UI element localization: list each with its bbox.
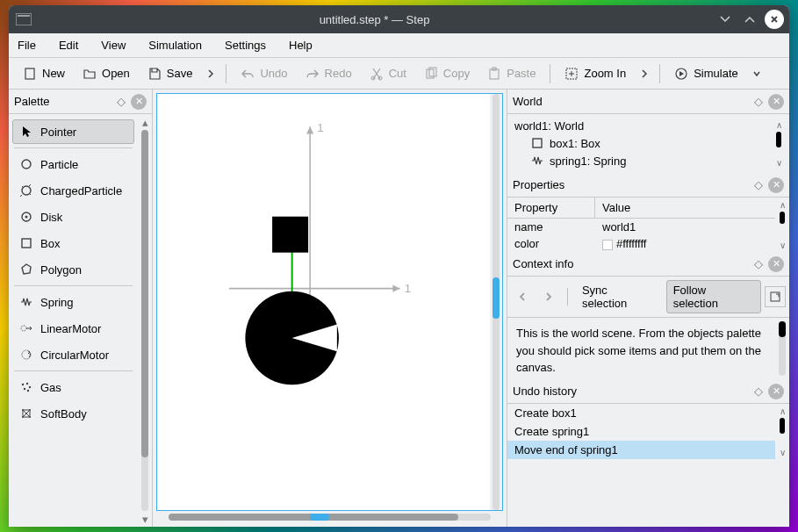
open-button[interactable]: Open xyxy=(75,63,137,84)
svg-point-11 xyxy=(22,160,31,169)
menu-simulation[interactable]: Simulation xyxy=(148,39,202,52)
follow-selection-button[interactable]: Follow selection xyxy=(666,280,761,313)
panel-float-icon[interactable]: ◇ xyxy=(751,256,766,272)
toolbar-separator xyxy=(226,64,226,83)
panel-float-icon[interactable]: ◇ xyxy=(113,94,129,110)
menu-settings[interactable]: Settings xyxy=(225,39,266,52)
context-header: Context info ◇ ✕ xyxy=(507,252,789,277)
simulate-dropdown[interactable] xyxy=(749,68,765,79)
undo-item[interactable]: Create box1 xyxy=(507,404,775,422)
props-scrollbar[interactable]: ∧∨ xyxy=(775,198,789,252)
box-icon xyxy=(530,136,544,150)
sync-selection-button[interactable]: Sync selection xyxy=(575,280,663,313)
undo-item[interactable]: Create spring1 xyxy=(507,422,775,441)
palette-scrollbar[interactable]: ▴ ▾ xyxy=(138,114,152,527)
undo-title: Undo history xyxy=(513,385,749,398)
svg-rect-15 xyxy=(22,239,31,248)
menu-file[interactable]: File xyxy=(18,39,36,52)
palette-item-box[interactable]: Box xyxy=(12,231,134,255)
new-button[interactable]: New xyxy=(16,63,72,84)
palette-item-gas[interactable]: Gas xyxy=(12,375,134,399)
panel-close-icon[interactable]: ✕ xyxy=(768,94,784,110)
toolbar-separator xyxy=(659,64,660,83)
disk-icon xyxy=(19,210,33,224)
props-row-color[interactable]: color#ffffffff xyxy=(507,235,775,252)
palette-item-circularmotor[interactable]: CircularMotor xyxy=(12,342,134,367)
world-scrollbar[interactable]: ∧∨ xyxy=(772,118,786,169)
save-button[interactable]: Save xyxy=(140,63,200,84)
props-row-name[interactable]: nameworld1 xyxy=(507,219,775,235)
palette-item-pointer[interactable]: Pointer xyxy=(12,119,134,144)
svg-rect-7 xyxy=(490,69,499,79)
zoom-in-button[interactable]: Zoom In xyxy=(557,63,633,84)
paste-icon xyxy=(487,67,501,81)
context-title: Context info xyxy=(513,257,749,270)
new-icon xyxy=(23,67,37,81)
menu-view[interactable]: View xyxy=(101,39,126,52)
panel-float-icon[interactable]: ◇ xyxy=(751,177,766,193)
context-expand-button[interactable] xyxy=(765,286,786,307)
context-text-scrollbar[interactable] xyxy=(779,321,786,376)
spring-icon xyxy=(19,295,33,309)
context-forward-button[interactable] xyxy=(537,285,560,308)
window-title: untitled.step * — Step xyxy=(39,13,710,26)
undo-item[interactable]: Move end of spring1 xyxy=(507,441,775,459)
toolbar-separator xyxy=(550,64,550,83)
world-root[interactable]: world1: World xyxy=(511,118,772,134)
redo-button[interactable]: Redo xyxy=(298,63,359,84)
paste-button[interactable]: Paste xyxy=(480,63,543,84)
svg-rect-1 xyxy=(18,15,30,17)
canvas-h-scrollbar[interactable] xyxy=(156,511,503,523)
box-object[interactable] xyxy=(272,217,308,253)
scroll-down-icon[interactable]: ▾ xyxy=(142,511,148,527)
world-item-spring1[interactable]: spring1: Spring xyxy=(511,152,772,169)
world-tree: world1: World box1: Box spring1: Spring … xyxy=(507,114,789,173)
palette-item-linearmotor[interactable]: LinearMotor xyxy=(12,316,134,341)
palette-item-particle[interactable]: Particle xyxy=(12,152,134,176)
palette-item-spring[interactable]: Spring xyxy=(12,290,134,314)
palette-item-softbody[interactable]: SoftBody xyxy=(12,401,134,426)
toolbar-overflow-2[interactable] xyxy=(636,68,652,80)
svg-point-22 xyxy=(27,390,29,392)
cut-button[interactable]: Cut xyxy=(363,63,413,84)
menu-edit[interactable]: Edit xyxy=(59,39,78,52)
color-swatch xyxy=(602,240,613,250)
palette-panel: Palette ◇ ✕ Pointer Particle ChargedPart… xyxy=(9,90,153,527)
app-icon xyxy=(16,13,32,25)
simulate-button[interactable]: Simulate xyxy=(667,63,745,84)
panel-close-icon[interactable]: ✕ xyxy=(768,177,784,193)
panel-close-icon[interactable]: ✕ xyxy=(131,94,147,110)
maximize-button[interactable] xyxy=(740,10,759,29)
props-col-value[interactable]: Value xyxy=(595,198,775,218)
canvas[interactable]: 1 1 xyxy=(157,94,490,510)
toolbar: New Open Save Undo Redo Cut Copy Paste Z… xyxy=(9,58,789,90)
panel-float-icon[interactable]: ◇ xyxy=(751,94,766,110)
props-col-property[interactable]: Property xyxy=(507,198,595,218)
undo-scrollbar[interactable]: ∧∨ xyxy=(775,404,789,459)
close-button[interactable] xyxy=(765,10,784,29)
undo-icon xyxy=(241,67,255,81)
gas-icon xyxy=(19,380,33,394)
properties-table: Property Value nameworld1 color#ffffffff… xyxy=(507,198,789,252)
panel-close-icon[interactable]: ✕ xyxy=(768,256,784,272)
palette-item-chargedparticle[interactable]: ChargedParticle xyxy=(12,178,134,203)
minimize-button[interactable] xyxy=(715,10,735,29)
copy-button[interactable]: Copy xyxy=(417,63,477,84)
menu-help[interactable]: Help xyxy=(289,39,313,52)
toolbar-overflow-1[interactable] xyxy=(203,68,219,80)
palette-item-disk[interactable]: Disk xyxy=(12,205,134,229)
world-item-box1[interactable]: box1: Box xyxy=(511,134,772,152)
undo-button[interactable]: Undo xyxy=(234,63,294,84)
panel-float-icon[interactable]: ◇ xyxy=(751,384,766,399)
svg-rect-2 xyxy=(25,68,34,79)
panel-close-icon[interactable]: ✕ xyxy=(768,384,784,399)
scroll-up-icon[interactable]: ▴ xyxy=(142,114,148,130)
canvas-v-scrollbar[interactable] xyxy=(490,94,502,510)
svg-point-16 xyxy=(21,326,26,331)
copy-icon xyxy=(424,67,438,81)
context-back-button[interactable] xyxy=(511,285,534,308)
disk-object[interactable] xyxy=(245,291,339,385)
world-header: World ◇ ✕ xyxy=(507,90,789,114)
palette-title: Palette xyxy=(14,95,111,108)
palette-item-polygon[interactable]: Polygon xyxy=(12,257,134,282)
